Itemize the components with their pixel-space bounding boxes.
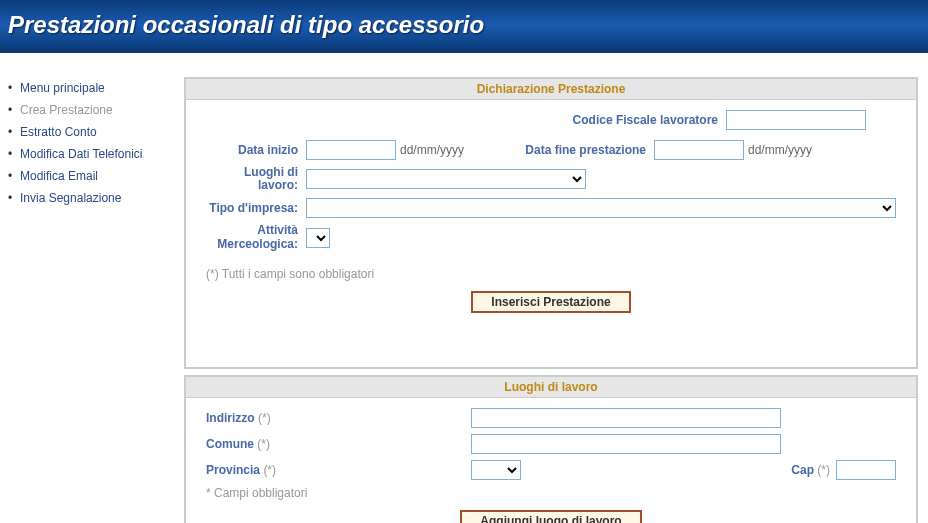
sidebar-item-modifica-dati-telefonici[interactable]: Modifica Dati Telefonici (20, 147, 143, 161)
inserisci-prestazione-button[interactable]: Inserisci Prestazione (471, 291, 630, 313)
attivita-merceologica-select[interactable] (306, 228, 330, 248)
tipo-impresa-label: Tipo d'impresa: (206, 202, 306, 215)
mandatory-note-luoghi: * Campi obbligatori (206, 486, 896, 500)
comune-input[interactable] (471, 434, 781, 454)
attivita-merceologica-label: Attività Merceologica: (206, 224, 306, 250)
sidebar-item-invia-segnalazione[interactable]: Invia Segnalazione (20, 191, 121, 205)
sidebar-item-crea-prestazione[interactable]: Crea Prestazione (20, 103, 113, 117)
luoghi-lavoro-select[interactable] (306, 169, 586, 189)
panel-luoghi: Luoghi di lavoro Indirizzo (*) Comune (*… (184, 375, 918, 523)
codice-fiscale-label: Codice Fiscale lavoratore (556, 113, 726, 127)
codice-fiscale-input[interactable] (726, 110, 866, 130)
aggiungi-luogo-button[interactable]: Aggiungi luogo di lavoro (460, 510, 641, 523)
mandatory-note: (*) Tutti i campi sono obbligatori (206, 267, 896, 281)
tipo-impresa-select[interactable] (306, 198, 896, 218)
data-fine-label: Data fine prestazione (464, 143, 654, 157)
cap-label: Cap (*) (791, 463, 836, 477)
main-content: Dichiarazione Prestazione Codice Fiscale… (184, 77, 928, 523)
panel-luoghi-title: Luoghi di lavoro (186, 377, 916, 398)
indirizzo-label: Indirizzo (*) (206, 411, 286, 425)
panel-dichiarazione-title: Dichiarazione Prestazione (186, 79, 916, 100)
panel-dichiarazione: Dichiarazione Prestazione Codice Fiscale… (184, 77, 918, 369)
indirizzo-input[interactable] (471, 408, 781, 428)
header-banner: Prestazioni occasionali di tipo accessor… (0, 0, 928, 50)
page-title: Prestazioni occasionali di tipo accessor… (8, 11, 484, 39)
data-inizio-hint: dd/mm/yyyy (400, 143, 464, 157)
data-inizio-label: Data inizio (206, 143, 306, 157)
provincia-label: Provincia (*) (206, 463, 286, 477)
sidebar-item-estratto-conto[interactable]: Estratto Conto (20, 125, 97, 139)
sidebar-nav: Menu principale Crea Prestazione Estratt… (0, 77, 184, 523)
provincia-select[interactable] (471, 460, 521, 480)
luoghi-lavoro-label: Luoghi di lavoro: (206, 166, 306, 192)
data-fine-hint: dd/mm/yyyy (748, 143, 812, 157)
cap-input[interactable] (836, 460, 896, 480)
sidebar-item-menu-principale[interactable]: Menu principale (20, 81, 105, 95)
comune-label: Comune (*) (206, 437, 286, 451)
sidebar-item-modifica-email[interactable]: Modifica Email (20, 169, 98, 183)
data-fine-input[interactable] (654, 140, 744, 160)
data-inizio-input[interactable] (306, 140, 396, 160)
